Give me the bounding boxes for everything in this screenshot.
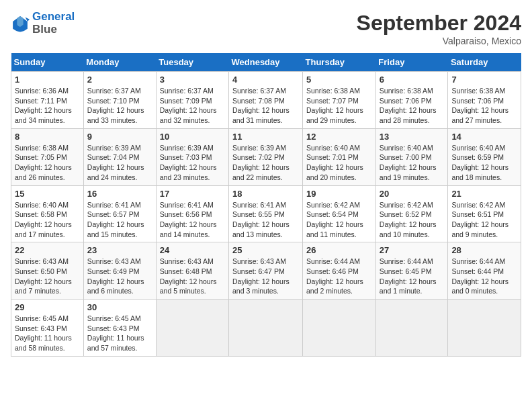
day-number: 11	[232, 132, 299, 142]
day-number: 4	[232, 75, 299, 85]
calendar-cell: 22Sunrise: 6:43 AMSunset: 6:50 PMDayligh…	[11, 242, 84, 300]
calendar-cell: 1Sunrise: 6:36 AMSunset: 7:11 PMDaylight…	[11, 72, 84, 129]
month-title: September 2024	[357, 11, 521, 36]
day-number: 17	[160, 189, 225, 199]
calendar-cell	[229, 300, 303, 357]
calendar-cell: 23Sunrise: 6:43 AMSunset: 6:49 PMDayligh…	[83, 242, 156, 300]
calendar-header-row: SundayMondayTuesdayWednesdayThursdayFrid…	[11, 53, 521, 72]
cell-info: Sunrise: 6:41 AMSunset: 6:56 PMDaylight:…	[160, 200, 225, 240]
calendar-cell: 10Sunrise: 6:39 AMSunset: 7:03 PMDayligh…	[156, 128, 228, 185]
logo-icon	[11, 14, 30, 33]
cell-info: Sunrise: 6:40 AMSunset: 7:00 PMDaylight:…	[380, 143, 445, 183]
calendar-cell: 17Sunrise: 6:41 AMSunset: 6:56 PMDayligh…	[156, 185, 228, 242]
day-of-week-header: Sunday	[11, 53, 84, 72]
day-number: 18	[232, 189, 299, 199]
day-number: 7	[451, 75, 517, 85]
calendar-cell: 5Sunrise: 6:38 AMSunset: 7:07 PMDaylight…	[303, 72, 376, 129]
day-number: 20	[380, 189, 445, 199]
cell-info: Sunrise: 6:37 AMSunset: 7:09 PMDaylight:…	[160, 86, 225, 126]
day-number: 27	[380, 245, 445, 255]
day-number: 28	[451, 245, 517, 255]
day-of-week-header: Tuesday	[156, 53, 228, 72]
cell-info: Sunrise: 6:43 AMSunset: 6:50 PMDaylight:…	[15, 257, 80, 296]
cell-info: Sunrise: 6:45 AMSunset: 6:43 PMDaylight:…	[15, 314, 80, 353]
calendar-table: SundayMondayTuesdayWednesdayThursdayFrid…	[11, 53, 521, 357]
day-number: 10	[160, 132, 225, 142]
calendar-cell: 2Sunrise: 6:37 AMSunset: 7:10 PMDaylight…	[83, 72, 156, 129]
page-header: General Blue September 2024 Valparaiso, …	[11, 11, 521, 46]
title-block: September 2024 Valparaiso, Mexico	[357, 11, 521, 46]
cell-info: Sunrise: 6:39 AMSunset: 7:03 PMDaylight:…	[160, 143, 225, 183]
cell-info: Sunrise: 6:43 AMSunset: 6:47 PMDaylight:…	[232, 257, 299, 296]
calendar-cell: 27Sunrise: 6:44 AMSunset: 6:45 PMDayligh…	[375, 242, 448, 300]
calendar-cell: 3Sunrise: 6:37 AMSunset: 7:09 PMDaylight…	[156, 72, 228, 129]
day-number: 26	[306, 245, 372, 255]
calendar-cell: 19Sunrise: 6:42 AMSunset: 6:54 PMDayligh…	[303, 185, 376, 242]
calendar-cell: 12Sunrise: 6:40 AMSunset: 7:01 PMDayligh…	[303, 128, 376, 185]
calendar-cell	[156, 300, 228, 357]
cell-info: Sunrise: 6:38 AMSunset: 7:06 PMDaylight:…	[451, 86, 517, 126]
calendar-week-row: 1Sunrise: 6:36 AMSunset: 7:11 PMDaylight…	[11, 72, 521, 129]
calendar-cell: 21Sunrise: 6:42 AMSunset: 6:51 PMDayligh…	[448, 185, 521, 242]
day-number: 22	[15, 245, 80, 255]
day-of-week-header: Thursday	[303, 53, 376, 72]
cell-info: Sunrise: 6:36 AMSunset: 7:11 PMDaylight:…	[15, 86, 80, 126]
cell-info: Sunrise: 6:41 AMSunset: 6:57 PMDaylight:…	[87, 200, 152, 240]
calendar-cell: 30Sunrise: 6:45 AMSunset: 6:43 PMDayligh…	[83, 300, 156, 357]
calendar-cell: 9Sunrise: 6:39 AMSunset: 7:04 PMDaylight…	[83, 128, 156, 185]
day-of-week-header: Saturday	[448, 53, 521, 72]
calendar-cell	[448, 300, 521, 357]
cell-info: Sunrise: 6:44 AMSunset: 6:46 PMDaylight:…	[306, 257, 372, 296]
day-number: 5	[306, 75, 372, 85]
calendar-cell: 13Sunrise: 6:40 AMSunset: 7:00 PMDayligh…	[375, 128, 448, 185]
day-number: 3	[160, 75, 225, 85]
cell-info: Sunrise: 6:39 AMSunset: 7:04 PMDaylight:…	[87, 143, 152, 183]
calendar-week-row: 22Sunrise: 6:43 AMSunset: 6:50 PMDayligh…	[11, 242, 521, 300]
calendar-body: 1Sunrise: 6:36 AMSunset: 7:11 PMDaylight…	[11, 72, 521, 357]
calendar-cell: 24Sunrise: 6:43 AMSunset: 6:48 PMDayligh…	[156, 242, 228, 300]
day-number: 6	[380, 75, 445, 85]
day-number: 25	[232, 245, 299, 255]
calendar-cell: 6Sunrise: 6:38 AMSunset: 7:06 PMDaylight…	[375, 72, 448, 129]
calendar-cell	[375, 300, 448, 357]
calendar-cell: 16Sunrise: 6:41 AMSunset: 6:57 PMDayligh…	[83, 185, 156, 242]
day-number: 12	[306, 132, 372, 142]
cell-info: Sunrise: 6:39 AMSunset: 7:02 PMDaylight:…	[232, 143, 299, 183]
day-number: 13	[380, 132, 445, 142]
cell-info: Sunrise: 6:41 AMSunset: 6:55 PMDaylight:…	[232, 200, 299, 240]
day-number: 1	[15, 75, 80, 85]
calendar-cell	[303, 300, 376, 357]
day-number: 8	[15, 132, 80, 142]
logo: General Blue	[11, 11, 75, 36]
calendar-week-row: 29Sunrise: 6:45 AMSunset: 6:43 PMDayligh…	[11, 300, 521, 357]
cell-info: Sunrise: 6:44 AMSunset: 6:45 PMDaylight:…	[380, 257, 445, 296]
cell-info: Sunrise: 6:37 AMSunset: 7:08 PMDaylight:…	[232, 86, 299, 126]
day-number: 19	[306, 189, 372, 199]
cell-info: Sunrise: 6:42 AMSunset: 6:51 PMDaylight:…	[451, 200, 517, 240]
cell-info: Sunrise: 6:38 AMSunset: 7:07 PMDaylight:…	[306, 86, 372, 126]
day-of-week-header: Wednesday	[229, 53, 303, 72]
calendar-week-row: 8Sunrise: 6:38 AMSunset: 7:05 PMDaylight…	[11, 128, 521, 185]
day-number: 21	[451, 189, 517, 199]
day-number: 24	[160, 245, 225, 255]
calendar-week-row: 15Sunrise: 6:40 AMSunset: 6:58 PMDayligh…	[11, 185, 521, 242]
calendar-cell: 25Sunrise: 6:43 AMSunset: 6:47 PMDayligh…	[229, 242, 303, 300]
day-of-week-header: Monday	[83, 53, 156, 72]
cell-info: Sunrise: 6:37 AMSunset: 7:10 PMDaylight:…	[87, 86, 152, 126]
calendar-cell: 29Sunrise: 6:45 AMSunset: 6:43 PMDayligh…	[11, 300, 84, 357]
calendar-cell: 20Sunrise: 6:42 AMSunset: 6:52 PMDayligh…	[375, 185, 448, 242]
day-number: 30	[87, 302, 152, 312]
day-of-week-header: Friday	[375, 53, 448, 72]
location: Valparaiso, Mexico	[357, 36, 521, 46]
cell-info: Sunrise: 6:44 AMSunset: 6:44 PMDaylight:…	[451, 257, 517, 296]
day-number: 9	[87, 132, 152, 142]
day-number: 16	[87, 189, 152, 199]
calendar-cell: 14Sunrise: 6:40 AMSunset: 6:59 PMDayligh…	[448, 128, 521, 185]
calendar-cell: 15Sunrise: 6:40 AMSunset: 6:58 PMDayligh…	[11, 185, 84, 242]
cell-info: Sunrise: 6:38 AMSunset: 7:05 PMDaylight:…	[15, 143, 80, 183]
day-number: 15	[15, 189, 80, 199]
cell-info: Sunrise: 6:43 AMSunset: 6:49 PMDaylight:…	[87, 257, 152, 296]
calendar-cell: 8Sunrise: 6:38 AMSunset: 7:05 PMDaylight…	[11, 128, 84, 185]
cell-info: Sunrise: 6:40 AMSunset: 6:58 PMDaylight:…	[15, 200, 80, 240]
calendar-cell: 11Sunrise: 6:39 AMSunset: 7:02 PMDayligh…	[229, 128, 303, 185]
